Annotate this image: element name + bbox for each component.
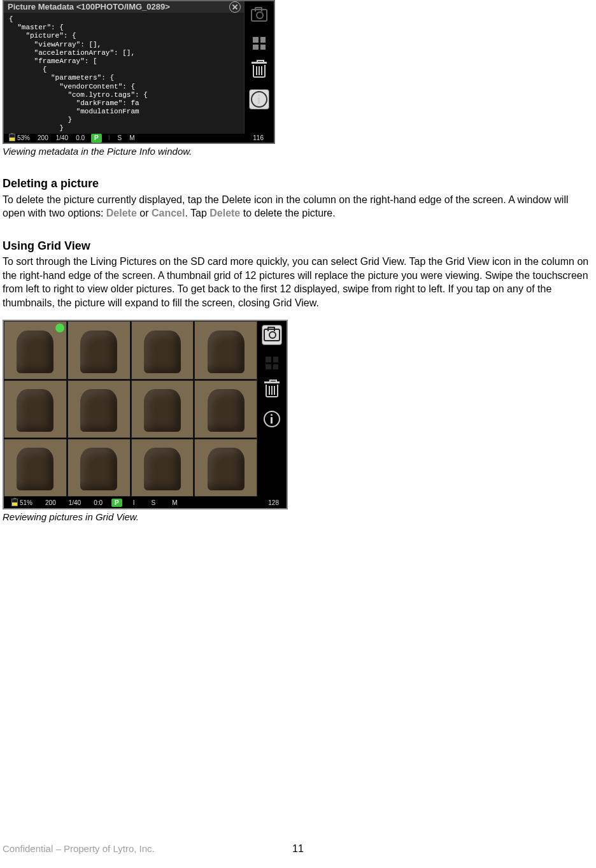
status-shutter: 1/40 [62, 499, 87, 508]
status-mode-badge: P [91, 134, 102, 143]
thumbnail[interactable] [131, 439, 194, 497]
status-mode-badge: P [111, 499, 122, 508]
delete-dot: . Tap [185, 208, 209, 218]
thumbnail-grid [4, 321, 257, 497]
heading-grid-view: Using Grid View [3, 238, 593, 253]
status-shutter: 1/40 [52, 134, 72, 143]
thumbnail[interactable] [67, 439, 131, 497]
metadata-json-body: { "master": { "picture": { "viewArray": … [4, 13, 245, 144]
thumbnail[interactable] [194, 321, 257, 379]
grid-view-icon[interactable] [249, 33, 269, 53]
delete-tail: to delete the picture. [240, 208, 335, 218]
page-number: 11 [292, 842, 304, 856]
status-m: M [166, 499, 183, 508]
thumbnail[interactable] [194, 439, 257, 497]
caption-gridview: Reviewing pictures in Grid View. [3, 511, 593, 523]
screenshot-picture-metadata: Picture Metadata <100PHOTO/IMG_0289> { "… [3, 0, 275, 144]
battery-status: 53% [5, 134, 34, 143]
heading-deleting: Deleting a picture [3, 176, 593, 191]
camera-mode-icon[interactable] [249, 5, 269, 25]
status-count: 116 [249, 134, 273, 143]
delete-word-2: Delete [209, 208, 240, 218]
document-page: Picture Metadata <100PHOTO/IMG_0289> { "… [0, 0, 596, 868]
right-icon-column [257, 321, 287, 497]
status-iso: 200 [34, 134, 52, 143]
status-s: S [145, 499, 162, 508]
status-ev: 0.0 [72, 134, 89, 143]
thumbnail[interactable] [4, 321, 67, 379]
page-footer: Confidential – Property of Lytro, Inc. 1… [3, 843, 593, 855]
delete-icon[interactable] [262, 381, 282, 401]
thumbnail[interactable] [131, 321, 194, 379]
status-bar: 51% 200 1/40 0:0 P I S M 128 [4, 497, 287, 508]
status-s: S [114, 134, 126, 143]
thumbnail[interactable] [67, 380, 131, 438]
camera-mode-icon[interactable] [262, 325, 282, 345]
status-m: M [125, 134, 138, 143]
cancel-word: Cancel [152, 208, 185, 218]
status-ev: 0:0 [87, 499, 109, 508]
paragraph-grid-view: To sort through the Living Pictures on t… [3, 255, 593, 309]
footer-confidential: Confidential – Property of Lytro, Inc. [3, 843, 155, 855]
battery-status: 51% [5, 499, 39, 508]
thumbnail[interactable] [4, 439, 67, 497]
info-icon[interactable] [262, 409, 282, 429]
delete-word-1: Delete [106, 208, 137, 218]
metadata-window-title: Picture Metadata <100PHOTO/IMG_0289> [8, 1, 170, 13]
thumbnail[interactable] [131, 380, 194, 438]
info-icon[interactable] [249, 89, 269, 110]
right-icon-column [244, 1, 274, 135]
screenshot-grid-view: 51% 200 1/40 0:0 P I S M 128 [3, 320, 288, 509]
thumbnail[interactable] [194, 380, 257, 438]
delete-or: or [137, 208, 152, 218]
thumbnail[interactable] [67, 321, 131, 379]
status-iso: 200 [39, 499, 62, 508]
status-i: I [104, 134, 114, 143]
status-bar: 53% 200 1/40 0.0 P I S M 116 [4, 134, 274, 143]
grid-view-icon[interactable] [262, 353, 282, 373]
paragraph-deleting: To delete the picture currently displaye… [3, 193, 593, 220]
close-icon[interactable] [229, 1, 241, 13]
delete-icon[interactable] [249, 61, 269, 82]
status-i: I [127, 499, 141, 508]
caption-metadata: Viewing metadata in the Picture Info win… [3, 145, 593, 158]
status-count: 128 [262, 499, 285, 508]
metadata-window-header: Picture Metadata <100PHOTO/IMG_0289> [4, 1, 245, 13]
thumbnail[interactable] [4, 380, 67, 438]
